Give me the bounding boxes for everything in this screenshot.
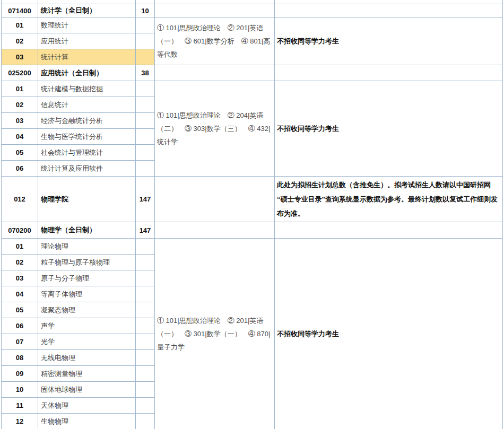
empty-cell: [136, 0, 155, 4]
empty-cell: [275, 65, 503, 81]
major-name: 物理学（全日制）: [38, 222, 136, 239]
empty-quota-cell: [136, 33, 155, 49]
direction-name: 天体物理: [38, 398, 136, 414]
major-quota: 147: [136, 222, 155, 239]
exam-subjects-cell: ① 101|思想政治理论 ② 201|英语（一） ③ 601|数学分析 ④ 80…: [155, 17, 275, 65]
direction-code: 12: [2, 414, 38, 429]
direction-name: 社会统计与管理统计: [38, 145, 136, 161]
empty-cell: [2, 0, 38, 4]
direction-code: 08: [2, 350, 38, 366]
direction-code: 10: [2, 382, 38, 398]
major-header-row: 025200 应用统计（全日制） 38: [2, 65, 503, 81]
direction-code: 02: [2, 255, 38, 270]
direction-code: 02: [2, 97, 38, 113]
direction-name: 生物与医学统计分析: [38, 129, 136, 145]
direction-code: 05: [2, 145, 38, 161]
direction-name: 凝聚态物理: [38, 302, 136, 318]
direction-name: 粒子物理与原子核物理: [38, 255, 136, 270]
direction-code: 01: [2, 17, 38, 33]
empty-cell: [275, 4, 503, 17]
direction-name: 理论物理: [38, 239, 136, 255]
empty-quota-cell: [136, 366, 155, 382]
direction-code: 01: [2, 239, 38, 255]
exam-subjects-cell: ① 101|思想政治理论 ② 201|英语（一） ③ 301|数学（一） ④ 8…: [155, 239, 275, 429]
direction-code: 06: [2, 318, 38, 334]
empty-cell: [155, 222, 275, 239]
empty-quota-cell: [136, 239, 155, 255]
empty-quota-cell: [136, 398, 155, 414]
empty-quota-cell: [136, 113, 155, 129]
direction-row: 01 统计建模与数据挖掘 ① 101|思想政治理论 ② 204|英语（二） ③ …: [2, 81, 503, 97]
admissions-table: 071400 统计学（全日制） 10 01 数理统计 ① 101|思想政治理论 …: [1, 0, 503, 429]
empty-quota-cell: [136, 350, 155, 366]
admissions-catalog-page: 071400 统计学（全日制） 10 01 数理统计 ① 101|思想政治理论 …: [0, 0, 504, 429]
major-quota: 38: [136, 65, 155, 81]
empty-cell: [155, 0, 275, 4]
college-row: 012 物理学院 147 此处为拟招生计划总数（含推免生）。拟考试招生人数请以中…: [2, 177, 503, 222]
direction-name: 原子与分子物理: [38, 270, 136, 286]
direction-code: 04: [2, 129, 38, 145]
direction-name: 生物物理: [38, 414, 136, 429]
empty-quota-cell: [136, 17, 155, 33]
direction-name: 数理统计: [38, 17, 136, 33]
direction-name: 经济与金融统计分析: [38, 113, 136, 129]
empty-quota-cell: [136, 382, 155, 398]
major-header-row: 071400 统计学（全日制） 10: [2, 4, 503, 17]
major-name: 应用统计（全日制）: [38, 65, 136, 81]
empty-cell: [275, 0, 503, 4]
direction-name: 声学: [38, 318, 136, 334]
direction-name: 统计计算: [38, 49, 136, 65]
exam-subjects-cell: ① 101|思想政治理论 ② 204|英语（二） ③ 303|数学（三） ④ 4…: [155, 81, 275, 177]
remark-cell: 不招收同等学力考生: [275, 17, 503, 65]
empty-quota-cell: [136, 255, 155, 270]
direction-code: 06: [2, 161, 38, 177]
empty-quota-cell: [136, 97, 155, 113]
direction-name: 等离子体物理: [38, 286, 136, 302]
empty-cell: [155, 177, 275, 222]
empty-quota-cell: [136, 334, 155, 350]
direction-name: 无线电物理: [38, 350, 136, 366]
direction-code: 07: [2, 334, 38, 350]
direction-code: 03: [2, 270, 38, 286]
empty-quota-cell: [136, 49, 155, 65]
remark-cell: 不招收同等学力考生: [275, 239, 503, 429]
major-code: 070200: [2, 222, 38, 239]
direction-name: 统计计算及应用软件: [38, 161, 136, 177]
direction-row: 01 数理统计 ① 101|思想政治理论 ② 201|英语（一） ③ 601|数…: [2, 17, 503, 33]
direction-code: 01: [2, 81, 38, 97]
major-code: 025200: [2, 65, 38, 81]
direction-name: 应用统计: [38, 33, 136, 49]
major-code: 071400: [2, 4, 38, 17]
direction-name: 光学: [38, 334, 136, 350]
direction-code: 11: [2, 398, 38, 414]
direction-name: 统计建模与数据挖掘: [38, 81, 136, 97]
major-quota: 10: [136, 4, 155, 17]
direction-code: 09: [2, 366, 38, 382]
empty-quota-cell: [136, 129, 155, 145]
direction-code: 03: [2, 49, 38, 65]
major-name: 统计学（全日制）: [38, 4, 136, 17]
remark-cell: 不招收同等学力考生: [275, 81, 503, 177]
empty-quota-cell: [136, 318, 155, 334]
college-remark-cell: 此处为拟招生计划总数（含推免生）。拟考试招生人数请以中国研招网“硕士专业目录”查…: [275, 177, 503, 222]
empty-quota-cell: [136, 145, 155, 161]
direction-code: 03: [2, 113, 38, 129]
direction-code: 05: [2, 302, 38, 318]
empty-cell: [275, 222, 503, 239]
direction-name: 信息统计: [38, 97, 136, 113]
empty-quota-cell: [136, 270, 155, 286]
direction-code: 04: [2, 286, 38, 302]
college-quota: 147: [136, 177, 155, 222]
partial-row-top: [2, 0, 503, 4]
empty-quota-cell: [136, 414, 155, 429]
empty-cell: [155, 4, 275, 17]
empty-cell: [155, 65, 275, 81]
empty-cell: [38, 0, 136, 4]
empty-quota-cell: [136, 286, 155, 302]
empty-quota-cell: [136, 161, 155, 177]
direction-row: 01 理论物理 ① 101|思想政治理论 ② 201|英语（一） ③ 301|数…: [2, 239, 503, 255]
college-code: 012: [2, 177, 38, 222]
empty-quota-cell: [136, 81, 155, 97]
college-name: 物理学院: [38, 177, 136, 222]
major-header-row: 070200 物理学（全日制） 147: [2, 222, 503, 239]
